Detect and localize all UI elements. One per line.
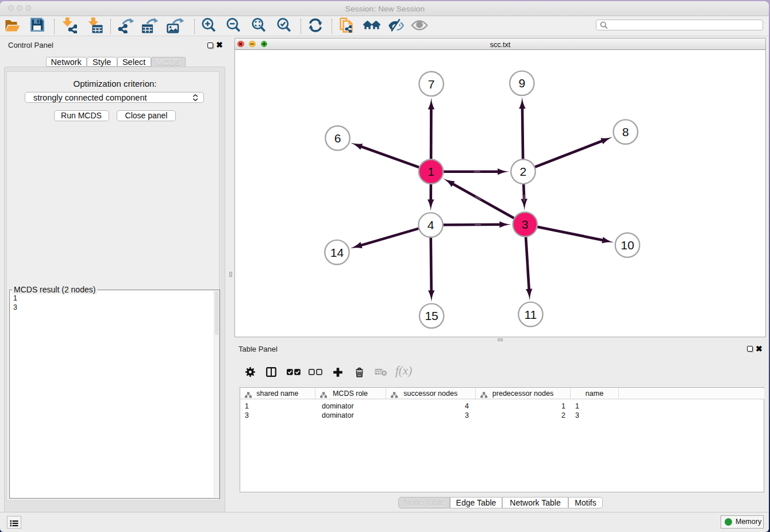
- svg-text:9: 9: [518, 76, 525, 90]
- svg-text:10: 10: [621, 238, 634, 252]
- svg-text:1: 1: [428, 165, 434, 178]
- svg-text:2: 2: [520, 165, 527, 178]
- svg-text:7: 7: [428, 78, 435, 91]
- svg-text:14: 14: [330, 246, 344, 259]
- svg-text:6: 6: [334, 132, 341, 145]
- svg-text:8: 8: [622, 125, 629, 138]
- svg-text:3: 3: [522, 218, 529, 231]
- svg-text:4: 4: [428, 218, 434, 232]
- svg-text:11: 11: [524, 308, 537, 321]
- svg-text:15: 15: [425, 309, 438, 322]
